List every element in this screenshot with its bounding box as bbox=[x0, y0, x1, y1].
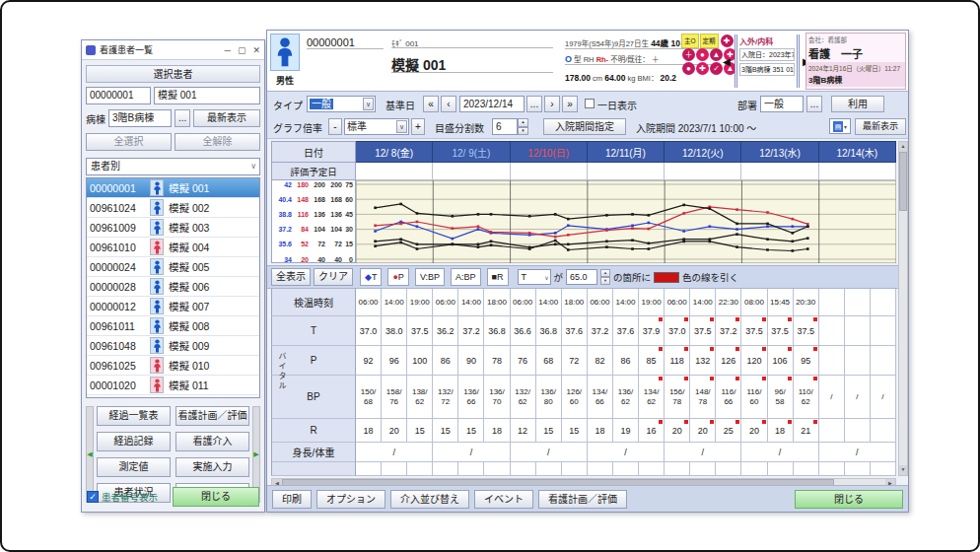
patient-row[interactable]: 00000024模擬 005 bbox=[87, 257, 259, 277]
select-all-button[interactable]: 全選択 bbox=[86, 133, 172, 151]
patient-row[interactable]: 00961048模擬 009 bbox=[87, 336, 259, 356]
spin-up-icon[interactable]: ▲ bbox=[600, 269, 610, 277]
empty-cell[interactable] bbox=[639, 462, 665, 476]
patient-filter-dropdown[interactable]: 患者別 ∨ bbox=[86, 158, 260, 175]
dept-field[interactable]: 一般 bbox=[760, 96, 804, 112]
height-weight-cell[interactable]: / bbox=[588, 443, 665, 462]
r-cell[interactable]: 15 bbox=[407, 419, 433, 443]
p-cell[interactable]: 82 bbox=[588, 346, 613, 376]
chart-refresh-button[interactable]: 最新表示 bbox=[855, 118, 906, 135]
time-cell[interactable]: 06:00 bbox=[356, 289, 382, 316]
ward-field[interactable]: 3階B病棟 bbox=[108, 109, 172, 127]
p-cell[interactable]: 78 bbox=[484, 346, 510, 376]
height-weight-cell[interactable]: / bbox=[819, 443, 896, 462]
bp-cell[interactable]: / bbox=[871, 376, 896, 419]
time-cell[interactable]: 18:00 bbox=[484, 289, 510, 316]
t-cell[interactable]: 37.5 bbox=[690, 316, 716, 346]
date-column-header[interactable]: 12/ 8(金) bbox=[356, 141, 433, 163]
t-cell[interactable]: 37.6 bbox=[562, 316, 588, 346]
date-column-header[interactable]: 12/11(月) bbox=[588, 141, 665, 163]
time-cell[interactable]: 06:00 bbox=[511, 289, 536, 316]
time-cell[interactable]: 14:00 bbox=[690, 289, 716, 316]
patient-row[interactable]: 00961010模擬 004 bbox=[87, 238, 259, 257]
p-cell[interactable]: 126 bbox=[716, 346, 741, 376]
r-cell[interactable]: 18 bbox=[768, 419, 794, 443]
time-cell[interactable]: 14:00 bbox=[536, 289, 562, 316]
threshold-spinner[interactable]: ▲ ▼ bbox=[600, 269, 610, 285]
time-cell[interactable]: 15:45 bbox=[768, 289, 794, 316]
patient-row[interactable]: 00000012模擬 007 bbox=[87, 297, 259, 316]
r-cell[interactable]: 19 bbox=[613, 419, 639, 443]
bp-cell[interactable]: 136/66 bbox=[458, 376, 484, 419]
r-cell[interactable]: 15 bbox=[433, 419, 458, 443]
r-cell[interactable]: 20 bbox=[665, 419, 690, 443]
action-button-2[interactable]: 経過記録 bbox=[97, 432, 171, 451]
t-cell[interactable]: 37.6 bbox=[613, 316, 639, 346]
clear-button[interactable]: クリア bbox=[314, 268, 353, 286]
p-cell[interactable]: 92 bbox=[356, 346, 382, 376]
footer-button-3[interactable]: イベント bbox=[474, 490, 533, 509]
admission-period-button[interactable]: 入院期間指定 bbox=[543, 118, 626, 135]
type-dropdown[interactable]: 一般 ∨ bbox=[307, 96, 376, 112]
r-cell[interactable]: 16 bbox=[639, 419, 665, 443]
bp-cell[interactable]: 132/72 bbox=[433, 376, 458, 419]
empty-cell[interactable] bbox=[716, 462, 741, 476]
legend-button-p-1[interactable]: ●P bbox=[387, 268, 408, 286]
date-column-header[interactable]: 12/ 9(土) bbox=[433, 141, 510, 163]
t-cell[interactable]: 36.8 bbox=[484, 316, 510, 346]
dept-browse-button[interactable]: ... bbox=[806, 96, 822, 112]
bp-cell[interactable]: 156/78 bbox=[665, 376, 690, 419]
close-window-button[interactable]: 閉じる bbox=[173, 487, 259, 507]
footer-button-4[interactable]: 看護計画／評価 bbox=[538, 490, 627, 509]
time-cell[interactable]: 20:30 bbox=[794, 289, 819, 316]
p-cell[interactable]: 106 bbox=[768, 346, 794, 376]
p-cell[interactable]: 68 bbox=[536, 346, 562, 376]
date-prev2-button[interactable]: « bbox=[423, 96, 439, 112]
t-cell[interactable] bbox=[819, 316, 845, 346]
divisions-field[interactable]: 6 bbox=[492, 118, 518, 135]
selected-patient-id-field[interactable]: 00000001 bbox=[86, 87, 151, 104]
time-cell[interactable]: 06:00 bbox=[588, 289, 613, 316]
t-cell[interactable]: 37.2 bbox=[588, 316, 613, 346]
bp-cell[interactable]: 136/70 bbox=[484, 376, 510, 419]
r-cell[interactable]: 18 bbox=[484, 419, 510, 443]
date-column-header[interactable]: 12/12(火) bbox=[665, 141, 741, 163]
close-chart-button[interactable]: 閉じる bbox=[795, 490, 903, 509]
t-cell[interactable]: 37.2 bbox=[716, 316, 741, 346]
evaluation-cell[interactable] bbox=[511, 163, 588, 180]
p-cell[interactable] bbox=[871, 346, 896, 376]
memo-icon-button[interactable]: ▤ ▾ bbox=[829, 118, 851, 134]
r-cell[interactable]: 15 bbox=[562, 419, 588, 443]
height-weight-cell[interactable]: / bbox=[665, 443, 741, 462]
p-cell[interactable]: 95 bbox=[794, 346, 819, 376]
date-next2-button[interactable]: » bbox=[562, 96, 578, 112]
patient-row[interactable]: 00961024模擬 002 bbox=[87, 198, 259, 218]
t-cell[interactable]: 37.0 bbox=[665, 316, 690, 346]
use-button[interactable]: 利用 bbox=[831, 96, 884, 112]
t-cell[interactable] bbox=[845, 316, 871, 346]
footer-button-2[interactable]: 介入並び替え bbox=[390, 490, 469, 509]
threshold-color-swatch[interactable] bbox=[654, 272, 679, 283]
time-cell[interactable]: 14:00 bbox=[382, 289, 407, 316]
dept-prev-icon[interactable]: ◀ bbox=[723, 56, 731, 67]
bp-cell[interactable]: 110/62 bbox=[794, 376, 819, 419]
empty-cell[interactable] bbox=[356, 462, 382, 476]
empty-cell[interactable] bbox=[511, 462, 536, 476]
legend-button-bp-3[interactable]: A:BP bbox=[451, 268, 481, 286]
minimize-icon[interactable]: ─ bbox=[225, 45, 231, 55]
evaluation-cell[interactable] bbox=[741, 163, 818, 180]
show-all-button[interactable]: 全表示 bbox=[271, 268, 311, 286]
r-cell[interactable]: 12 bbox=[511, 419, 536, 443]
bp-cell[interactable]: / bbox=[845, 376, 871, 419]
bp-cell[interactable]: 126/60 bbox=[562, 376, 588, 419]
bp-cell[interactable]: 134/62 bbox=[639, 376, 665, 419]
p-cell[interactable]: 118 bbox=[665, 346, 690, 376]
selected-patient-name-field[interactable]: 模擬 001 bbox=[154, 87, 260, 104]
evaluation-cell[interactable] bbox=[356, 163, 433, 180]
t-cell[interactable]: 37.5 bbox=[794, 316, 819, 346]
time-cell[interactable]: 14:00 bbox=[458, 289, 484, 316]
legend-button-bp-2[interactable]: V:BP bbox=[415, 268, 445, 286]
bp-cell[interactable]: 148/78 bbox=[690, 376, 716, 419]
t-cell[interactable]: 38.0 bbox=[382, 316, 407, 346]
p-cell[interactable]: 86 bbox=[613, 346, 639, 376]
